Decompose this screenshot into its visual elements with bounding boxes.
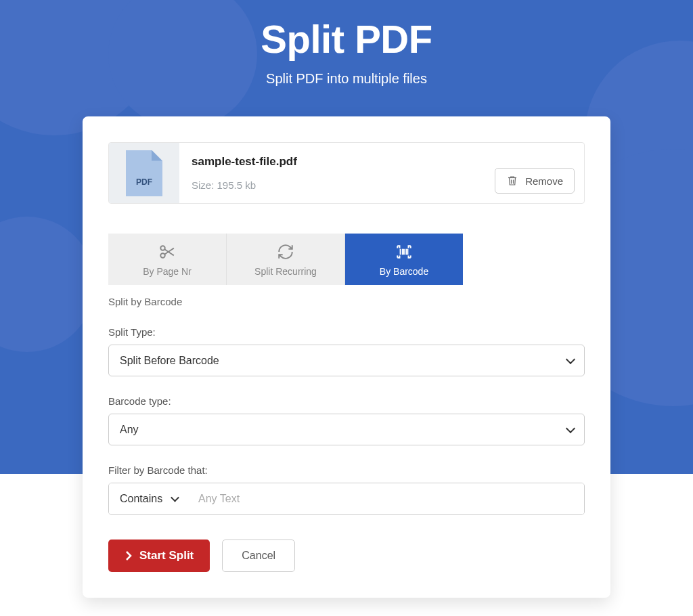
barcode-icon xyxy=(395,243,413,261)
barcode-type-select[interactable]: Any xyxy=(108,414,585,445)
refresh-icon xyxy=(277,243,294,261)
tab-split-recurring[interactable]: Split Recurring xyxy=(227,234,345,285)
split-mode-tabs: By Page Nr Split Recurring By Barcode xyxy=(108,234,463,285)
split-type-select[interactable]: Split Before Barcode xyxy=(108,345,585,376)
barcode-type-label: Barcode type: xyxy=(108,395,585,407)
section-heading: Split by Barcode xyxy=(108,296,585,307)
cancel-button[interactable]: Cancel xyxy=(222,540,295,572)
filter-label: Filter by Barcode that: xyxy=(108,464,585,476)
start-split-label: Start Split xyxy=(139,549,194,563)
remove-button-label: Remove xyxy=(525,175,563,187)
split-type-label: Split Type: xyxy=(108,326,585,338)
file-info: sample-test-file.pdf Size: 195.5 kb Remo… xyxy=(179,143,584,203)
page-subtitle: Split PDF into multiple files xyxy=(0,71,693,87)
filter-row: Contains xyxy=(108,483,585,515)
main-card: PDF sample-test-file.pdf Size: 195.5 kb … xyxy=(83,116,610,598)
tab-by-barcode[interactable]: By Barcode xyxy=(345,234,463,285)
pdf-file-icon: PDF xyxy=(126,150,162,196)
file-row: PDF sample-test-file.pdf Size: 195.5 kb … xyxy=(108,142,585,204)
barcode-type-select-wrap: Any xyxy=(108,414,585,445)
split-type-select-wrap: Split Before Barcode xyxy=(108,345,585,376)
file-name: sample-test-file.pdf xyxy=(192,155,571,169)
filter-mode-select[interactable]: Contains xyxy=(109,483,187,514)
tab-by-page-nr[interactable]: By Page Nr xyxy=(108,234,227,285)
start-split-button[interactable]: Start Split xyxy=(108,540,210,572)
trash-icon xyxy=(506,174,518,188)
cloud-decoration xyxy=(0,217,95,352)
pdf-icon-label: PDF xyxy=(126,177,162,187)
tab-label: By Barcode xyxy=(380,266,428,277)
chevron-right-icon xyxy=(125,550,133,561)
page-title: Split PDF xyxy=(0,16,693,62)
tab-label: By Page Nr xyxy=(143,266,192,277)
filter-text-input[interactable] xyxy=(187,483,584,514)
tab-label: Split Recurring xyxy=(254,266,317,277)
file-thumbnail: PDF xyxy=(109,143,179,203)
action-buttons: Start Split Cancel xyxy=(108,540,585,572)
filter-mode-wrap: Contains xyxy=(109,483,187,514)
remove-file-button[interactable]: Remove xyxy=(495,168,575,194)
scissors-icon xyxy=(158,243,176,261)
cancel-label: Cancel xyxy=(242,550,275,561)
